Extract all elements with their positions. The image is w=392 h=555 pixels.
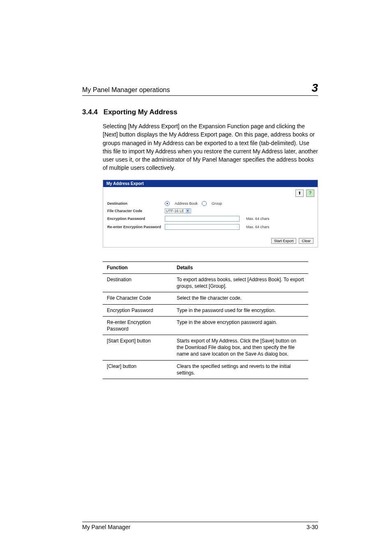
clear-button[interactable]: Clear bbox=[299, 238, 314, 244]
table-row: [Clear] button Clears the specified sett… bbox=[103, 360, 308, 379]
cell-details: Type in the above encryption password ag… bbox=[173, 316, 308, 335]
label-file-char-code: File Character Code bbox=[107, 209, 165, 213]
select-value: UTF-16 LE bbox=[166, 209, 184, 213]
section-title: Exporting My Address bbox=[104, 108, 178, 116]
th-function: Function bbox=[103, 261, 173, 273]
th-details: Details bbox=[173, 261, 308, 273]
cell-function: [Clear] button bbox=[103, 360, 173, 379]
back-button[interactable]: ⬆ bbox=[295, 190, 304, 197]
radio-selected-icon bbox=[166, 203, 168, 204]
label-enc-pw: Encryption Password bbox=[107, 217, 165, 221]
table-row: File Character Code Select the file char… bbox=[103, 292, 308, 304]
cell-function: File Character Code bbox=[103, 292, 173, 304]
cell-function: Re-enter Encryption Password bbox=[103, 316, 173, 335]
footer-page: 3-30 bbox=[307, 524, 318, 530]
footer-product: My Panel Manager bbox=[82, 524, 131, 530]
encryption-password-input[interactable] bbox=[165, 216, 240, 222]
body-paragraph: Selecting [My Address Export] on the Exp… bbox=[103, 122, 318, 172]
radio-group-label: Group bbox=[212, 201, 222, 206]
section-number: 3.4.4 bbox=[82, 108, 98, 116]
cell-details: Type in the password used for file encry… bbox=[173, 304, 308, 316]
section-heading: 3.4.4 Exporting My Address bbox=[82, 108, 318, 116]
radio-group[interactable] bbox=[202, 201, 207, 206]
label-destination: Destination bbox=[107, 201, 165, 206]
help-button[interactable]: ? bbox=[306, 190, 314, 197]
row-destination: Destination Address Book Group bbox=[107, 201, 314, 206]
table-row: Re-enter Encryption Password Type in the… bbox=[103, 316, 308, 335]
page: My Panel Manager operations 3 3.4.4 Expo… bbox=[0, 0, 392, 555]
chapter-number: 3 bbox=[311, 82, 318, 94]
radio-address-book-label: Address Book bbox=[175, 201, 198, 206]
row-file-char-code: File Character Code UTF-16 LE ▾ bbox=[107, 208, 314, 213]
cell-details: Select the file character code. bbox=[173, 292, 308, 304]
row-reenter-pw: Re-enter Encryption Password Max. 64 cha… bbox=[107, 224, 314, 230]
cell-details: Clears the specified settings and revert… bbox=[173, 360, 308, 379]
hint-enc-pw: Max. 64 chars bbox=[246, 217, 270, 221]
row-enc-pw: Encryption Password Max. 64 chars bbox=[107, 216, 314, 222]
dialog-footer: Start Export Clear bbox=[103, 236, 318, 247]
reenter-password-input[interactable] bbox=[165, 224, 240, 230]
function-details-table: Function Details Destination To export a… bbox=[103, 261, 308, 379]
label-reenter-pw: Re-enter Encryption Password bbox=[107, 225, 165, 229]
up-arrow-icon: ⬆ bbox=[298, 191, 301, 195]
table-head-row: Function Details bbox=[103, 261, 308, 273]
running-header-title: My Panel Manager operations bbox=[82, 86, 170, 94]
file-char-code-select[interactable]: UTF-16 LE ▾ bbox=[165, 208, 191, 213]
running-header: My Panel Manager operations 3 bbox=[82, 82, 318, 96]
table-row: [Start Export] button Starts export of M… bbox=[103, 335, 308, 361]
cell-function: Destination bbox=[103, 273, 173, 292]
cell-details: To export address books, select [Address… bbox=[173, 273, 308, 292]
dialog-icon-row: ⬆ ? bbox=[103, 187, 318, 197]
cell-details: Starts export of My Address. Click the [… bbox=[173, 335, 308, 361]
table-row: Destination To export address books, sel… bbox=[103, 273, 308, 292]
start-export-button[interactable]: Start Export bbox=[271, 238, 297, 244]
cell-function: Encryption Password bbox=[103, 304, 173, 316]
radio-address-book[interactable] bbox=[165, 201, 170, 206]
chevron-down-icon: ▾ bbox=[186, 209, 190, 213]
cell-function: [Start Export] button bbox=[103, 335, 173, 361]
export-dialog: My Address Export ⬆ ? Destination Addres… bbox=[103, 180, 318, 247]
hint-reenter-pw: Max. 64 chars bbox=[246, 225, 270, 229]
page-footer: My Panel Manager 3-30 bbox=[82, 522, 318, 530]
table-row: Encryption Password Type in the password… bbox=[103, 304, 308, 316]
dialog-form: Destination Address Book Group File Char… bbox=[103, 197, 318, 236]
help-icon: ? bbox=[309, 191, 311, 195]
dialog-titlebar: My Address Export bbox=[103, 180, 318, 187]
